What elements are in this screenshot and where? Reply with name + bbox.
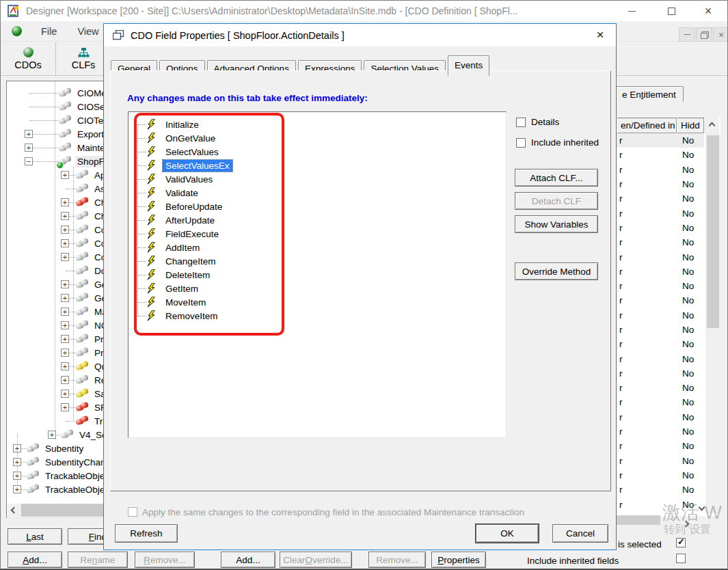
dialog-tab[interactable]: Events xyxy=(448,55,489,76)
table-row[interactable]: r No xyxy=(617,133,704,148)
tree-item[interactable]: Do xyxy=(7,264,105,277)
event-item[interactable]: RemoveItem xyxy=(129,309,506,323)
tree-item[interactable]: + Ch xyxy=(7,209,105,223)
column-header-defined-in[interactable]: en/Defined in xyxy=(617,117,677,133)
tree-item[interactable]: + Co xyxy=(7,236,105,250)
scrollbar-thumb[interactable] xyxy=(707,135,719,328)
event-item[interactable]: ValidValues xyxy=(129,172,506,186)
tree-item[interactable]: + ExportI xyxy=(7,127,105,141)
footer-button[interactable]: Add... xyxy=(221,552,275,568)
table-row[interactable]: r No xyxy=(617,279,704,293)
window-minimize-icon[interactable] xyxy=(618,1,645,21)
footer-button[interactable]: Remove... xyxy=(368,552,426,568)
tree-item[interactable]: + Mainte xyxy=(7,141,105,154)
event-item[interactable]: FieldExecute xyxy=(129,227,506,241)
tree-expand-toggle-icon[interactable]: + xyxy=(61,280,69,288)
tree-item[interactable]: + Ge xyxy=(7,291,105,305)
table-row[interactable]: r No xyxy=(617,221,704,235)
tree-expand-toggle-icon[interactable]: + xyxy=(61,294,69,302)
tree-item[interactable]: + Re xyxy=(7,373,105,387)
mdi-restore-icon[interactable] xyxy=(696,27,712,42)
table-row[interactable]: r No xyxy=(617,206,704,220)
tree-expand-toggle-icon[interactable]: + xyxy=(61,171,69,179)
tree-item[interactable]: + Ap xyxy=(7,168,105,182)
tree-item[interactable]: CIOMe xyxy=(7,86,105,100)
tree-item[interactable]: CIOTes xyxy=(7,113,105,127)
table-row[interactable]: r No xyxy=(617,454,704,468)
tree-expand-toggle-icon[interactable]: + xyxy=(61,212,69,220)
table-row[interactable]: r No xyxy=(617,351,704,366)
show-variables-button[interactable]: Show Variables xyxy=(515,215,598,233)
tree-expand-toggle-icon[interactable]: + xyxy=(61,239,69,247)
tree-expand-toggle-icon[interactable]: + xyxy=(61,335,69,343)
tree-item[interactable]: + SF xyxy=(7,401,105,414)
table-row[interactable]: r No xyxy=(617,395,704,409)
tree-expand-toggle-icon[interactable]: + xyxy=(61,376,69,384)
event-item[interactable]: GetItem xyxy=(129,282,506,295)
tree-item[interactable]: + V4_Se xyxy=(7,428,105,442)
tree-item[interactable]: As xyxy=(7,182,105,195)
footer-button[interactable]: Clear Override... xyxy=(280,552,352,568)
apply-maintenance-checkbox[interactable] xyxy=(128,507,137,517)
tree-item[interactable]: + TrackableObje xyxy=(7,469,105,483)
tree-expand-toggle-icon[interactable]: + xyxy=(13,485,21,493)
tree-item[interactable]: Tra xyxy=(7,414,105,428)
footer-button[interactable]: Rename xyxy=(68,552,128,568)
tree-expand-toggle-icon[interactable]: + xyxy=(61,390,69,398)
tree-item[interactable]: + Co xyxy=(7,223,105,236)
table-row[interactable]: r No xyxy=(617,381,704,395)
events-listbox[interactable]: Initialize OnGetValue SelectValues Selec… xyxy=(128,111,507,438)
include-inherited-fields-checkbox[interactable] xyxy=(676,554,686,563)
event-item[interactable]: AddItem xyxy=(129,241,506,254)
tree-item[interactable]: + Sa xyxy=(7,387,105,401)
table-row[interactable]: r No xyxy=(617,235,704,249)
event-item[interactable]: MoveItem xyxy=(129,295,506,309)
table-row[interactable]: r No xyxy=(617,148,704,162)
toolbar-button-cdos[interactable]: CDOs xyxy=(1,42,56,75)
is-selected-checkbox[interactable] xyxy=(676,538,686,547)
tree-item[interactable]: + Qu xyxy=(7,359,105,373)
tree-item[interactable]: + Co xyxy=(7,250,105,264)
tree-expand-toggle-icon[interactable]: + xyxy=(61,226,69,234)
tree-item[interactable]: − ShopF xyxy=(7,154,105,168)
tree-expand-toggle-icon[interactable]: + xyxy=(61,321,69,329)
tree-expand-toggle-icon[interactable]: + xyxy=(61,198,69,206)
tab-entitlement[interactable]: e Entitlement xyxy=(615,86,684,102)
table-row[interactable]: r No xyxy=(617,424,704,439)
tree-expand-toggle-icon[interactable]: + xyxy=(13,458,21,466)
tree-item[interactable]: + Ma xyxy=(7,305,105,318)
tree-item[interactable]: + TrackableObje xyxy=(7,483,105,496)
tree-item[interactable]: + NC xyxy=(7,318,105,332)
menu-item[interactable]: File xyxy=(41,26,57,37)
scroll-left-icon[interactable] xyxy=(8,504,21,517)
grid-vertical-scrollbar[interactable] xyxy=(705,133,720,513)
refresh-button[interactable]: Refresh xyxy=(115,524,178,543)
tree-item[interactable]: CIOSer xyxy=(7,100,105,113)
footer-button[interactable]: Add... xyxy=(8,552,62,568)
tree-item[interactable]: + Subentity xyxy=(7,442,105,455)
include-inherited-checkbox[interactable] xyxy=(516,138,526,148)
dialog-close-icon[interactable]: × xyxy=(591,27,609,43)
override-method-button[interactable]: Override Method xyxy=(515,262,598,280)
grid-horizontal-scrollbar[interactable] xyxy=(617,515,660,525)
tree-item[interactable]: + Ge xyxy=(7,277,105,291)
menu-item[interactable]: View xyxy=(77,26,98,37)
cancel-button[interactable]: Cancel xyxy=(552,524,608,543)
tree-expand-toggle-icon[interactable]: + xyxy=(61,308,69,316)
table-row[interactable]: r No xyxy=(617,439,704,453)
tree-expand-toggle-icon[interactable]: + xyxy=(61,403,69,411)
window-close-icon[interactable]: × xyxy=(695,1,722,21)
tree-expand-toggle-icon[interactable]: + xyxy=(61,253,69,261)
table-row[interactable]: r No xyxy=(617,366,704,381)
table-row[interactable]: r No xyxy=(617,264,704,279)
footer-button[interactable]: Last xyxy=(8,528,62,545)
scroll-up-icon[interactable] xyxy=(704,117,719,133)
include-inherited-checkbox-row[interactable]: Include inherited xyxy=(516,137,599,148)
table-row[interactable]: r No xyxy=(617,249,704,264)
event-item[interactable]: DeleteItem xyxy=(129,268,506,282)
table-row[interactable]: r No xyxy=(617,410,704,424)
tree-horizontal-scrollbar[interactable] xyxy=(8,504,105,517)
attach-clf-button[interactable]: Attach CLF... xyxy=(515,169,598,187)
event-item[interactable]: Validate xyxy=(129,186,506,200)
table-row[interactable]: r No xyxy=(617,308,704,323)
